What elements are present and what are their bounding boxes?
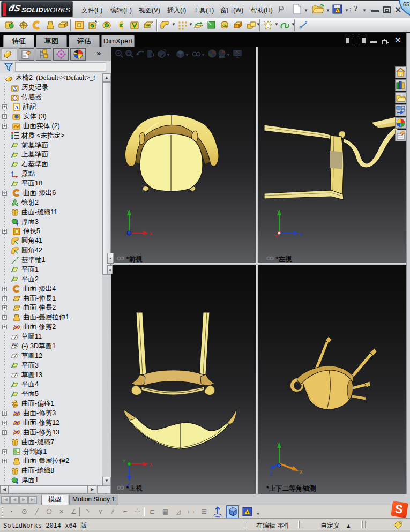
svg-text:Y: Y bbox=[127, 209, 130, 215]
svg-text:X: X bbox=[150, 231, 153, 237]
svg-text:X: X bbox=[275, 234, 278, 239]
svg-text:Y: Y bbox=[123, 459, 126, 464]
svg-text:Y: Y bbox=[277, 209, 280, 215]
svg-text:Y: Y bbox=[277, 442, 280, 447]
svg-text:X: X bbox=[150, 462, 153, 468]
svg-text:3D: 3D bbox=[12, 342, 17, 346]
svg-text:GD: GD bbox=[222, 24, 228, 27]
svg-text:!: ! bbox=[337, 9, 338, 13]
svg-text:A: A bbox=[14, 104, 19, 110]
svg-text:!: ! bbox=[247, 511, 248, 515]
svg-text:X: X bbox=[300, 470, 303, 475]
svg-text:Z: Z bbox=[270, 472, 273, 477]
svg-text:Z: Z bbox=[300, 231, 303, 237]
